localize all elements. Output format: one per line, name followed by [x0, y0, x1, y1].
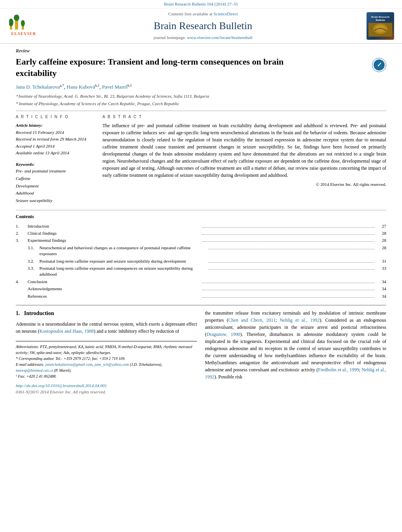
author3-sup-1: ,1 [129, 83, 132, 87]
intro-para1: Adenosine is a neuromodulator in the cen… [16, 321, 197, 335]
journal-badge: Brain Research Bulletin [367, 12, 394, 40]
ref-nehlig1992[interactable]: Nehlig et al., 1992 [280, 317, 320, 323]
article-content: Review Early caffeine exposure: Transien… [0, 44, 402, 399]
toc-dots-32 [208, 262, 375, 263]
keyword-1: Pre- and postnatal treatment [16, 167, 95, 175]
toc-page-ack: 34 [376, 286, 386, 292]
revised-date: Received in revised form 29 March 2014 [16, 136, 95, 143]
keyword-2: Caffeine [16, 175, 95, 182]
title-row: Early caffeine exposure: Transient and l… [16, 56, 386, 83]
ref-kostopoulos[interactable]: Kostopoulos and Haas, 1988 [39, 328, 94, 334]
author1-sup-star: ,* [61, 83, 64, 87]
svg-point-8 [376, 25, 385, 32]
badge-image [368, 23, 392, 37]
toc-page-1: 27 [376, 223, 386, 229]
article-history: Article history: Received 15 February 20… [16, 122, 95, 157]
email1-link[interactable]: janetchekalarova@gmail.com [45, 362, 93, 367]
article-info-col: A R T I C L E I N F O Article history: R… [16, 114, 95, 204]
email-line: E-mail addresses: janetchekalarova@gmail… [16, 361, 197, 373]
toc-dots-4 [202, 283, 375, 283]
available-date: Available online 13 April 2014 [16, 150, 95, 157]
toc-label-31: Neurochemical and behavioral changes as … [39, 245, 207, 257]
doi-link: http://dx.doi.org/10.1016/j.brainresbull… [16, 382, 197, 389]
authors-line: Jana D. Tchekalarovaa,*, Hana Kubováb,1,… [16, 83, 386, 91]
elsevier-text: ELSEVIER [11, 31, 36, 37]
toc-label-3: Experimental findings [28, 237, 201, 243]
toc-num-32: 3.2. [28, 258, 39, 264]
toc-label-2: Clinical findings [28, 230, 201, 236]
toc-dots-1 [202, 227, 375, 228]
intro-left: 1. Introduction Adenosine is a neuromodu… [16, 310, 197, 395]
toc-dots-2 [202, 234, 375, 235]
journal-title: Brain Research Bulletin [39, 19, 367, 33]
contents-title: Contents [16, 213, 386, 220]
elsevier-logo: ELSEVIER [8, 15, 39, 37]
issn-text: 0361-9230/© 2014 Elsevier Inc. All right… [16, 389, 197, 395]
toc-label-ref: References [28, 293, 201, 299]
badge-text: Brain Research Bulletin [368, 15, 393, 22]
crossmark-icon: ✓ [374, 59, 385, 70]
toc-num-33: 3.3. [28, 265, 39, 271]
sciencedirect-link[interactable]: ScienceDirect [214, 11, 238, 16]
toc-item-3: 3. Experimental findings 28 [16, 237, 386, 243]
toc-page-31: 28 [376, 245, 386, 251]
ref-chen[interactable]: Chen and Chern, 2011 [228, 317, 275, 323]
page: Brain Research Bulletin 104 (2014) 27–35… [0, 0, 402, 532]
journal-url: journal homepage: www.elsevier.com/locat… [39, 35, 367, 41]
author2-link[interactable]: Hana Kubová [67, 84, 95, 90]
article-title: Early caffeine exposure: Transient and l… [16, 56, 311, 79]
toc-page-33: 33 [376, 265, 386, 271]
intro-heading: Introduction [24, 310, 54, 316]
two-col-section: A R T I C L E I N F O Article history: R… [16, 111, 386, 204]
elsevier-svg [9, 15, 39, 30]
toc-dots-3 [202, 241, 375, 242]
svg-point-3 [21, 20, 25, 26]
affiliations: ᵃ Institute of Neurobiology, Acad. G. Bo… [16, 93, 386, 107]
homepage-url[interactable]: www.elsevier.com/locate/brainresbull [187, 35, 252, 40]
keywords-list: Pre- and postnatal treatment Caffeine De… [16, 167, 95, 204]
intro-title: 1. Introduction [16, 310, 197, 317]
doi-url[interactable]: http://dx.doi.org/10.1016/j.brainresbull… [16, 383, 107, 388]
toc-label-33: Postnatal long-term caffeine exposure an… [39, 265, 207, 278]
intro-section: 1. Introduction Adenosine is a neuromodu… [16, 305, 386, 395]
author3-link[interactable]: Pavel Mareš [102, 84, 128, 90]
accepted-date: Accepted 1 April 2014 [16, 143, 95, 150]
toc-dots-ack [202, 290, 375, 290]
homepage-label: journal homepage: [154, 35, 186, 40]
email-note2: (P. Mareš). [54, 368, 71, 373]
corresponding: * Corresponding author. Tel.: +359 2979 … [16, 356, 197, 361]
toc-item-1: 1. Introduction 27 [16, 223, 386, 229]
contents-label: Contents lists available at [168, 11, 212, 16]
received-date: Received 15 February 2014 [16, 129, 95, 136]
toc-item-33: 3.3. Postnatal long-term caffeine exposu… [16, 265, 386, 278]
toc-page-ref: 34 [376, 293, 386, 299]
citation-text: Brain Research Bulletin 104 (2014) 27–35 [164, 2, 238, 6]
copyright: © 2014 Elsevier Inc. All rights reserved… [102, 181, 386, 188]
toc-item-2: 2. Clinical findings 28 [16, 230, 386, 236]
ref-dragunow[interactable]: Dragunow, 1990 [207, 332, 240, 337]
toc-label-32: Postnatal long-term caffeine exposure an… [39, 258, 207, 264]
abstract-paragraph: The influence of pre- and postnatal caff… [102, 122, 386, 179]
keyword-4: Adulthood [16, 189, 95, 197]
toc-item-ref: References 34 [16, 293, 386, 299]
author1-link[interactable]: Jana D. Tchekalarova [16, 84, 60, 90]
ref-fredholm[interactable]: Fredholm et al., 1999 [318, 367, 359, 373]
article-type: Review [16, 48, 386, 54]
affiliation-a: ᵃ Institute of Neurobiology, Acad. G. Bo… [16, 93, 386, 100]
abstract-text: The influence of pre- and postnatal caff… [102, 122, 386, 188]
affiliation-b: ᵇ Institute of Physiology, Academy of Sc… [16, 100, 386, 107]
toc-num-31: 3.1. [28, 245, 39, 251]
journal-header: ELSEVIER Contents lists available at Sci… [0, 9, 402, 43]
email2-link[interactable]: jane_tch@yahoo.com [95, 362, 129, 367]
toc-item-31: 3.1. Neurochemical and behavioral change… [16, 245, 386, 257]
ref-nehlig1992b[interactable]: Nehlig et al., 1992 [205, 367, 386, 380]
keyword-3: Development [16, 182, 95, 190]
email3-link[interactable]: maresp@biomed.cas.cz [16, 368, 53, 373]
toc-label-4: Conclusion [28, 279, 201, 285]
toc-page-4: 34 [376, 279, 386, 285]
footnotes: Abbreviations: PTZ, pentylenetetrazol; K… [16, 341, 197, 395]
journal-center: Contents lists available at ScienceDirec… [39, 11, 367, 41]
intro-para-right: the transmitter release from excitatory … [205, 310, 386, 380]
toc-dots-33 [208, 269, 375, 270]
crossmark-button[interactable]: ✓ [372, 58, 386, 72]
